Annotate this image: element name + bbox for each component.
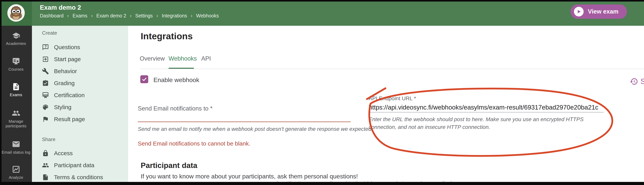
settings-item-label: Terms & conditions xyxy=(54,174,103,180)
settings-item-label: Result page xyxy=(54,116,85,122)
share-section-header: Share xyxy=(42,136,55,142)
screen-edge-top xyxy=(0,0,644,2)
owl-logo-icon xyxy=(7,4,25,22)
sidebar-item-manage-participants[interactable]: Manage participants xyxy=(0,109,32,128)
certificate-icon xyxy=(42,92,49,99)
email-notifications-label: Send Email notifications to * xyxy=(138,105,351,112)
breadcrumb-exams[interactable]: Exams xyxy=(72,13,96,19)
checkmark-icon xyxy=(142,77,147,82)
sidebar-item-courses[interactable]: Courses xyxy=(0,57,32,72)
email-notifications-helper: Send me an email to notify me when a web… xyxy=(138,125,351,133)
lock-icon xyxy=(42,150,49,157)
graduation-cap-icon xyxy=(12,32,20,40)
settings-item-label: Certification xyxy=(54,92,84,98)
question-bubble-icon xyxy=(42,44,49,51)
settings-item-start-page[interactable]: Start page xyxy=(42,55,81,64)
participant-data-heading: Participant data xyxy=(141,161,198,170)
app-window: Exam demo 2 Dashboard Exams Exam demo 2 … xyxy=(0,0,644,185)
screen-edge-bottom xyxy=(0,182,644,185)
breadcrumb-dashboard[interactable]: Dashboard xyxy=(40,13,72,19)
people-icon xyxy=(42,162,49,169)
settings-item-terms-conditions[interactable]: Terms & conditions xyxy=(42,173,103,182)
settings-item-styling[interactable]: Styling xyxy=(42,103,72,112)
email-notifications-field-group: Send Email notifications to * Send me an… xyxy=(138,105,351,147)
settings-item-label: Participant data xyxy=(54,162,94,168)
settings-item-questions[interactable]: Questions xyxy=(42,43,80,52)
settings-item-result-page[interactable]: Result page xyxy=(42,115,85,124)
email-notifications-error: Send Email notifications to cannot be bl… xyxy=(138,140,351,147)
settings-item-participant-data[interactable]: Participant data xyxy=(42,161,94,170)
rail-label: Academies xyxy=(6,41,26,46)
settings-item-certification[interactable]: Certification xyxy=(42,91,84,100)
settings-item-access[interactable]: Access xyxy=(42,149,73,158)
exam-title: Exam demo 2 xyxy=(40,4,81,11)
enable-webhook-label: Enable webhook xyxy=(154,76,199,84)
envelope-icon xyxy=(12,140,20,148)
play-icon xyxy=(574,7,584,16)
rail-label: Courses xyxy=(8,67,24,72)
api-endpoint-helper: Enter the URL the webhook should post to… xyxy=(369,116,604,131)
settings-item-grading[interactable]: Grading xyxy=(42,79,75,88)
settings-item-label: Behavior xyxy=(54,68,77,74)
rail-label: Email status log xyxy=(2,150,30,154)
settings-item-label: Styling xyxy=(54,104,72,110)
app-logo[interactable] xyxy=(0,0,32,26)
settings-sidebar: Create Questions Start page Behavior Gra… xyxy=(32,26,128,185)
breadcrumb-settings[interactable]: Settings xyxy=(135,13,162,19)
breadcrumb: Dashboard Exams Exam demo 2 Settings Int… xyxy=(40,13,219,19)
top-header: Exam demo 2 Dashboard Exams Exam demo 2 … xyxy=(0,0,644,26)
settings-item-label: Grading xyxy=(54,80,75,86)
palette-icon xyxy=(42,104,49,111)
tab-api[interactable]: API xyxy=(201,55,211,62)
tab-overview[interactable]: Overview xyxy=(140,55,165,62)
main-content: Integrations Overview Webhooks API Enabl… xyxy=(128,26,644,185)
document-icon xyxy=(42,174,49,181)
email-notifications-input[interactable] xyxy=(138,114,351,122)
clipboard-check-icon xyxy=(42,80,49,87)
save-history-control[interactable]: S xyxy=(630,77,644,86)
page-title: Integrations xyxy=(141,31,193,42)
view-exam-button[interactable]: View exam xyxy=(570,4,627,19)
participant-data-body: If you want to know more about your part… xyxy=(141,173,358,180)
settings-item-behavior[interactable]: Behavior xyxy=(42,67,77,76)
rail-label: Analyze xyxy=(9,175,23,180)
nav-rail: Academies Courses Exams Manage participa… xyxy=(0,26,32,185)
tab-webhooks[interactable]: Webhooks xyxy=(168,55,197,62)
enter-box-icon xyxy=(42,56,49,63)
api-endpoint-label: API Endpoint URL * xyxy=(369,96,604,102)
rail-label: Manage participants xyxy=(2,119,30,128)
certificate-card-icon xyxy=(12,57,20,66)
wrench-icon xyxy=(42,68,49,75)
breadcrumb-integrations[interactable]: Integrations xyxy=(162,13,196,19)
api-endpoint-input[interactable] xyxy=(369,103,604,112)
view-exam-label: View exam xyxy=(588,8,618,15)
sidebar-item-analyze[interactable]: Analyze xyxy=(0,165,32,180)
history-icon xyxy=(630,77,638,86)
sidebar-item-exams[interactable]: Exams xyxy=(0,82,32,97)
create-section-header: Create xyxy=(42,30,57,36)
settings-item-label: Access xyxy=(54,150,73,156)
screen-edge-left xyxy=(0,0,2,185)
rail-label: Exams xyxy=(10,92,22,97)
breadcrumb-webhooks[interactable]: Webhooks xyxy=(196,13,219,18)
tabs-divider xyxy=(140,69,644,69)
enable-webhook-checkbox[interactable] xyxy=(140,75,148,83)
breadcrumb-exam-demo-2[interactable]: Exam demo 2 xyxy=(96,13,135,19)
line-chart-icon xyxy=(12,165,20,174)
settings-item-label: Questions xyxy=(54,44,80,50)
settings-item-label: Start page xyxy=(54,56,81,62)
api-endpoint-field-group: API Endpoint URL * Enter the URL the web… xyxy=(369,96,604,131)
sidebar-item-academies[interactable]: Academies xyxy=(0,32,32,46)
people-icon xyxy=(12,109,20,118)
exam-document-icon xyxy=(12,82,20,91)
save-indicator-text: S xyxy=(640,78,644,86)
flag-icon xyxy=(42,116,49,123)
sidebar-item-email-status-log[interactable]: Email status log xyxy=(0,140,32,154)
